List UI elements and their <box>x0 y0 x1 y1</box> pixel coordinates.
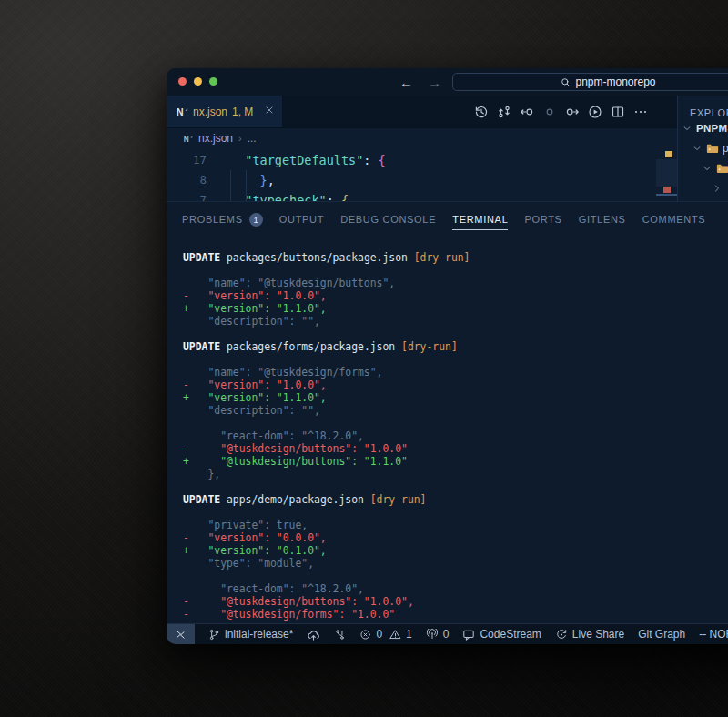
terminal-update-header: UPDATE apps/demo/package.json [dry-run] <box>183 493 470 506</box>
terminal-context-line: "react-dom": "^18.2.0", <box>183 582 470 595</box>
more-actions-icon[interactable] <box>633 105 648 119</box>
minimap-modified-mark <box>665 151 672 157</box>
line-number: 17 <box>167 150 207 170</box>
terminal-output[interactable]: UPDATE packages/buttons/package.json [dr… <box>183 251 470 621</box>
explorer-folder-item[interactable] <box>678 178 728 198</box>
terminal-context-line: "type": "module", <box>183 557 470 570</box>
desktop-background: ← → pnpm-monorepo N nx.json 1, M N nx.js… <box>0 0 728 717</box>
terminal-context-line: "description": "", <box>183 404 470 417</box>
svg-text:N: N <box>177 106 184 116</box>
editor[interactable]: 17 "targetDefaults": {8 },7 "typecheck":… <box>167 148 677 202</box>
terminal-context-line: "description": "", <box>183 315 470 328</box>
zoom-window-button[interactable] <box>209 77 217 86</box>
terminal-context-line: "name": "@tuskdesign/forms", <box>183 366 470 379</box>
panel-tab-bar: PROBLEMS1OUTPUTDEBUG CONSOLETERMINALPORT… <box>167 202 728 237</box>
terminal-blank-line <box>183 264 470 277</box>
status-item-label: Live Share <box>572 628 624 641</box>
status-item-label: 1 <box>406 628 412 641</box>
git-compare-icon[interactable] <box>497 105 511 119</box>
terminal-removed-line: - "version": "1.0.0", <box>183 379 470 391</box>
terminal-update-header: UPDATE packages/buttons/package.json [dr… <box>183 251 470 264</box>
next-change-icon[interactable] <box>565 105 580 119</box>
search-icon <box>561 77 571 87</box>
breadcrumb-file[interactable]: nx.json <box>198 132 233 145</box>
terminal-blank-line <box>183 506 470 519</box>
commit-graph-button[interactable] <box>334 629 346 641</box>
minimap-scroll-line <box>656 194 677 196</box>
panel-tab-label: PROBLEMS <box>182 214 243 225</box>
publish-button[interactable] <box>307 629 320 641</box>
panel-tab-problems[interactable]: PROBLEMS1 <box>182 202 263 237</box>
explorer-folder-item[interactable]: buttons <box>678 158 728 178</box>
close-icon[interactable] <box>264 105 275 118</box>
terminal-removed-line: - "@tuskdesign/buttons": "1.0.0", <box>183 595 470 608</box>
git-graph-button[interactable]: Git Graph <box>638 628 685 641</box>
minimize-window-button[interactable] <box>194 77 202 86</box>
chevron-down-icon <box>702 163 713 174</box>
svg-text:N: N <box>184 135 189 143</box>
panel-tab-gitlens[interactable]: GITLENS <box>579 202 626 237</box>
editor-line: 17 "targetDefaults": { <box>167 150 386 170</box>
bottom-panel: PROBLEMS1OUTPUTDEBUG CONSOLETERMINALPORT… <box>167 201 728 624</box>
vim-mode-indicator[interactable]: -- NORMAL -- <box>699 628 728 641</box>
title-bar: ← → pnpm-monorepo <box>167 68 728 96</box>
chevron-right-icon <box>712 183 723 194</box>
warnings-count[interactable]: 1 <box>389 628 412 641</box>
liveshare-icon <box>555 629 568 641</box>
previous-change-icon[interactable] <box>520 105 534 119</box>
breadcrumb-more[interactable]: ... <box>248 132 257 145</box>
terminal-removed-line: - "@tuskdesign/buttons": "1.0.0" <box>183 442 470 455</box>
codestream-button[interactable]: CodeStream <box>462 628 541 641</box>
editor-actions <box>474 96 648 127</box>
history-navigation: ← → <box>399 68 441 96</box>
navigate-back-icon[interactable]: ← <box>399 75 413 90</box>
status-item-label: 0 <box>376 628 382 641</box>
errors-count[interactable]: 0 <box>359 628 382 641</box>
terminal-context-line: }, <box>183 468 470 480</box>
panel-tab-comments[interactable]: COMMENTS <box>642 202 706 237</box>
editor-line: 8 }, <box>167 170 275 190</box>
cloud-upload-icon <box>307 629 320 641</box>
remote-indicator[interactable] <box>167 624 195 644</box>
panel-tab-output[interactable]: OUTPUT <box>279 202 324 237</box>
navigate-forward-icon[interactable]: → <box>428 75 441 90</box>
split-editor-icon[interactable] <box>611 105 625 119</box>
tab-nx-json[interactable]: N nx.json 1, M <box>167 96 283 127</box>
explorer-folder-item[interactable]: packages <box>678 138 728 158</box>
git-branch-icon <box>208 629 220 641</box>
command-center-search[interactable]: pnpm-monorepo <box>452 73 728 91</box>
terminal-removed-line: - "@tuskdesign/forms": "1.0.0" <box>183 608 470 621</box>
timeline-icon[interactable] <box>474 105 489 119</box>
close-window-button[interactable] <box>178 77 187 86</box>
status-item-label: 0 <box>443 628 450 641</box>
terminal-added-line: + "version": "0.1.0", <box>183 544 470 557</box>
commit-graph-icon <box>334 629 346 641</box>
terminal-blank-line <box>183 353 470 366</box>
change-dot-icon[interactable] <box>542 105 557 119</box>
folder-icon <box>716 163 728 174</box>
minimap-deleted-mark <box>663 187 671 193</box>
chevron-down-icon <box>692 143 703 154</box>
panel-tab-terminal[interactable]: TERMINAL <box>452 202 508 237</box>
terminal-removed-line: - "version": "1.0.0", <box>183 289 470 302</box>
panel-tab-debug-console[interactable]: DEBUG CONSOLE <box>340 202 436 237</box>
terminal-update-header: UPDATE packages/forms/package.json [dry-… <box>183 340 470 353</box>
live-share-button[interactable]: Live Share <box>555 628 624 641</box>
branch-indicator[interactable]: initial-release* <box>208 628 293 641</box>
terminal-context-line: "react-dom": "^18.2.0", <box>183 429 470 442</box>
explorer-root-item[interactable]: PNPM-MONOREPO <box>678 118 728 138</box>
chevron-down-icon <box>682 123 693 134</box>
nx-icon: N <box>183 134 193 144</box>
panel-tab-label: PORTS <box>524 214 561 225</box>
indent-guide <box>246 170 247 202</box>
minimap-slider[interactable] <box>656 159 677 187</box>
terminal-blank-line <box>183 417 470 429</box>
panel-tab-ports[interactable]: PORTS <box>524 202 561 237</box>
sidebar-header: EXPLORER <box>690 107 728 118</box>
error-icon <box>359 629 371 641</box>
run-icon[interactable] <box>588 105 602 119</box>
traffic-lights <box>178 77 217 86</box>
search-value: pnpm-monorepo <box>575 76 655 88</box>
ports-indicator[interactable]: 0 <box>426 628 450 641</box>
terminal-blank-line <box>183 328 470 340</box>
